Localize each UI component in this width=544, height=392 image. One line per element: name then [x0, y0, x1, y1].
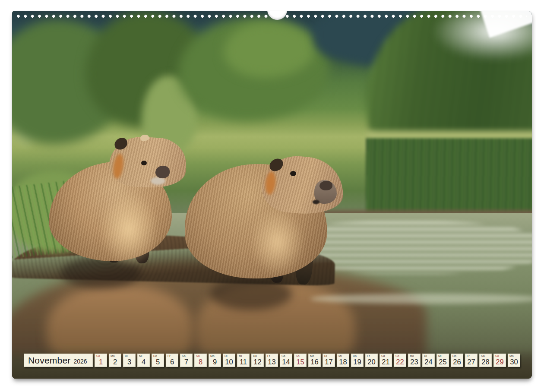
day-number: 16 [309, 358, 320, 366]
day-number: 5 [152, 358, 164, 366]
weekday-label: Sa [281, 354, 285, 357]
day-cell: Fr 27 [465, 354, 478, 367]
weekday-label: Di [225, 354, 228, 357]
capybara-right [185, 153, 355, 296]
day-number: 11 [237, 358, 249, 366]
year-label: 2026 [73, 358, 87, 365]
reeds [366, 138, 532, 222]
day-cell: Do 19 [351, 354, 364, 367]
day-cell: Di 10 [223, 354, 235, 367]
weekday-label: Do [353, 354, 357, 357]
day-number: 19 [351, 358, 363, 366]
day-cell: Di 3 [123, 354, 136, 367]
day-number: 15 [294, 358, 306, 366]
capybara-chest [250, 209, 304, 275]
day-cell: Mo 23 [408, 354, 421, 367]
day-cell: Mo 9 [209, 354, 221, 367]
weekday-label: Mi [239, 354, 242, 357]
day-number: 12 [252, 358, 263, 366]
weekday-label: So [196, 354, 200, 357]
weekday-label: Di [424, 354, 427, 357]
weekday-label: Fr [467, 354, 470, 357]
date-strip: November 2026 So 1 Mo 2 Di 3 Mi 4 Do 5 F… [24, 354, 520, 367]
day-number: 28 [480, 358, 491, 366]
weekday-label: Fr [267, 354, 270, 357]
day-number: 3 [123, 358, 135, 366]
day-cell: Mi 25 [436, 354, 449, 367]
day-number: 14 [280, 358, 292, 366]
day-number: 9 [209, 358, 221, 366]
day-number: 7 [180, 358, 192, 366]
capybara-chest [100, 191, 158, 267]
day-cell: Fr 20 [365, 354, 378, 367]
weekday-label: Di [125, 354, 128, 357]
day-number: 13 [266, 358, 278, 366]
weekday-label: So [395, 354, 399, 357]
capybara-eye [290, 171, 296, 176]
weekday-label: Do [452, 354, 456, 357]
day-number: 1 [95, 358, 107, 366]
weekday-label: Sa [481, 354, 485, 357]
capybara-eye [141, 161, 147, 165]
day-number: 22 [394, 358, 406, 366]
weekday-label: Mi [438, 354, 441, 357]
capybara-mouth [313, 200, 319, 204]
weekday-label: Mo [210, 354, 215, 357]
capybara-nose [319, 181, 332, 190]
day-number: 6 [166, 358, 178, 366]
day-cell: So 15 [294, 354, 307, 367]
day-cell: Mi 18 [337, 354, 349, 367]
weekday-label: Do [153, 354, 157, 357]
day-number: 20 [366, 358, 377, 366]
day-cell: Sa 28 [479, 354, 492, 367]
calendar-page-photo: November 2026 So 1 Mo 2 Di 3 Mi 4 Do 5 F… [12, 11, 532, 379]
day-cell: Mi 11 [237, 354, 250, 367]
day-number: 4 [138, 358, 149, 366]
day-cell: Sa 7 [180, 354, 193, 367]
day-cell: So 22 [394, 354, 406, 367]
day-cell: Mo 30 [508, 354, 520, 367]
day-number: 27 [465, 358, 477, 366]
weekday-label: Mi [338, 354, 342, 357]
day-cell: Mi 4 [137, 354, 150, 367]
day-cell: So 8 [194, 354, 207, 367]
weekday-label: Do [253, 354, 257, 357]
day-number: 29 [494, 358, 506, 366]
day-number: 21 [380, 358, 392, 366]
day-number: 10 [223, 358, 235, 366]
day-cell: Do 12 [251, 354, 264, 367]
day-cell: Di 24 [422, 354, 435, 367]
weekday-label: Sa [381, 354, 385, 357]
day-cell: So 1 [95, 354, 107, 367]
weekday-label: Mi [139, 354, 142, 357]
weekday-label: So [296, 354, 300, 357]
weekday-label: Mo [111, 354, 115, 357]
calendar-product-shot: November 2026 So 1 Mo 2 Di 3 Mi 4 Do 5 F… [0, 0, 544, 392]
day-cell: Do 26 [451, 354, 463, 367]
weekday-label: Fr [367, 354, 370, 357]
day-number: 24 [423, 358, 434, 366]
day-cell: Sa 21 [380, 354, 392, 367]
day-number: 25 [437, 358, 449, 366]
day-number: 30 [508, 358, 520, 366]
weekday-label: Fr [168, 354, 171, 357]
weekday-label: So [96, 354, 100, 357]
weekday-label: Mo [310, 354, 314, 357]
day-cell: So 29 [493, 354, 506, 367]
weekday-label: So [495, 354, 499, 357]
weekday-label: Mo [509, 354, 514, 357]
month-box: November 2026 [24, 354, 93, 367]
capybara-left [49, 137, 191, 280]
day-cell: Mo 2 [109, 354, 121, 367]
day-cell: Do 5 [152, 354, 164, 367]
day-cell: Fr 6 [166, 354, 178, 367]
day-cell: Sa 14 [280, 354, 292, 367]
weekday-label: Di [324, 354, 327, 357]
weekday-label: Mo [410, 354, 414, 357]
day-number: 18 [337, 358, 349, 366]
weekday-label: Sa [182, 354, 186, 357]
day-number: 8 [195, 358, 206, 366]
day-number: 17 [323, 358, 335, 366]
day-number: 23 [408, 358, 420, 366]
day-cell: Di 17 [323, 354, 335, 367]
